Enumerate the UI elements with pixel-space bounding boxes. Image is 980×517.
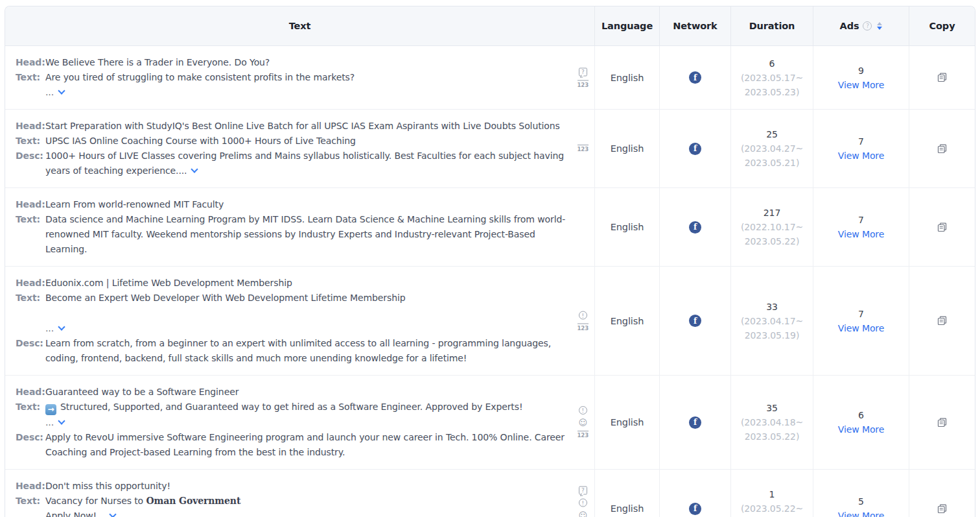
line-content: Vacancy for Nurses to Oman Government <box>45 494 240 509</box>
chevron-down-icon[interactable] <box>109 511 116 517</box>
duration-range: (2023.05.22~2023.05.22) <box>741 501 803 517</box>
copy-icon <box>937 315 948 326</box>
question-bubble-icon <box>579 67 587 76</box>
duration-range: (2022.10.17~2023.05.22) <box>741 220 803 248</box>
view-more-link[interactable]: View More <box>838 422 884 437</box>
view-more-link[interactable]: View More <box>838 509 884 517</box>
copy-icon <box>937 72 948 83</box>
chevron-down-icon[interactable] <box>58 323 65 330</box>
language-cell: English <box>595 470 660 517</box>
column-header-language: Language <box>595 6 660 45</box>
line-label: Head: <box>16 385 45 400</box>
column-header-duration: Duration <box>731 6 813 45</box>
line-content: We Believe There is a Trader in Everyone… <box>45 55 270 70</box>
ads-count: 7 <box>858 307 864 321</box>
ads-cell: 6 View More <box>813 376 909 469</box>
table-header: Text Language Network Duration Ads Copy <box>5 6 975 46</box>
line-label: Text: <box>16 212 45 257</box>
line-content: 1000+ Hours of LIVE Classes covering Pre… <box>45 149 571 178</box>
view-more-link[interactable]: View More <box>838 78 884 92</box>
copy-button[interactable] <box>909 46 975 109</box>
table-row: Head:Learn From world-renowned MIT Facul… <box>5 188 975 267</box>
duration-range: (2023.04.17~2023.05.19) <box>741 314 803 343</box>
language-value: English <box>611 143 644 154</box>
chevron-down-icon[interactable] <box>191 165 198 173</box>
table-row: Head:Guaranteed way to be a Software Eng… <box>5 376 975 470</box>
facebook-icon <box>689 71 701 84</box>
numbers-icon <box>578 431 589 439</box>
alert-circle-icon <box>579 499 587 507</box>
facebook-icon <box>689 221 701 234</box>
copy-button[interactable] <box>909 267 975 375</box>
line-label: Text: <box>16 70 45 85</box>
column-header-ads-label: Ads <box>840 21 859 31</box>
line-content: Become an Expert Web Developer With Web … <box>45 291 406 306</box>
line-content: Apply Now!... <box>45 509 115 517</box>
line-content: UPSC IAS Online Coaching Course with 100… <box>45 134 356 149</box>
copy-button[interactable] <box>909 188 975 266</box>
smiley-icon <box>579 418 587 427</box>
duration-days: 6 <box>769 56 775 71</box>
flag-icon-stack <box>578 145 589 152</box>
column-header-text: Text <box>5 6 595 45</box>
facebook-icon <box>689 503 701 515</box>
language-cell: English <box>595 46 660 109</box>
table-row: Head:We Believe There is a Trader in Eve… <box>5 46 975 110</box>
ellipsis-text: ... <box>45 417 54 427</box>
question-circle-icon[interactable] <box>863 21 872 30</box>
column-header-copy-label: Copy <box>929 21 955 31</box>
table-row: Head:Start Preparation with StudyIQ's Be… <box>5 110 975 188</box>
line-label: Head: <box>16 197 45 212</box>
copy-button[interactable] <box>909 470 975 517</box>
language-value: English <box>611 503 644 514</box>
sort-caret-icon[interactable] <box>877 22 882 30</box>
line-label: Desc: <box>16 430 45 460</box>
line-content: ... <box>45 85 64 100</box>
text-cell: Head:Eduonix.com | Lifetime Web Developm… <box>5 267 595 375</box>
column-header-duration-label: Duration <box>749 21 795 31</box>
network-cell <box>660 376 731 469</box>
line-content: Learn from scratch, from a beginner to a… <box>45 336 571 366</box>
line-content: Guaranteed way to be a Software Engineer <box>45 385 239 400</box>
line-label: Desc: <box>16 336 45 366</box>
copy-icon <box>937 503 948 514</box>
column-header-ads: Ads <box>813 6 909 45</box>
line-label: Head: <box>16 119 45 134</box>
column-header-network: Network <box>660 6 731 45</box>
text-cell: Head:Don't miss this opportunity! Text:V… <box>5 470 595 517</box>
ads-count: 9 <box>858 64 864 78</box>
text-cell: Head:Start Preparation with StudyIQ's Be… <box>5 110 595 187</box>
network-cell <box>660 267 731 375</box>
ellipsis-text: ... <box>45 87 54 97</box>
facebook-icon <box>689 143 701 155</box>
duration-cell: 217 (2022.10.17~2023.05.22) <box>731 188 813 266</box>
line-label: Text: <box>16 134 45 149</box>
line-content: ... <box>45 321 64 336</box>
ads-count: 6 <box>858 408 864 422</box>
chevron-down-icon[interactable] <box>58 417 65 424</box>
duration-days: 33 <box>766 300 778 314</box>
ads-cell: 9 View More <box>813 46 909 109</box>
duration-range: (2023.05.17~2023.05.23) <box>741 71 803 99</box>
view-more-link[interactable]: View More <box>838 227 884 241</box>
language-value: English <box>611 316 644 326</box>
line-content: Don't miss this opportunity! <box>45 479 170 494</box>
line-content: Are you tired of struggling to make cons… <box>45 70 355 85</box>
chevron-down-icon[interactable] <box>58 87 65 94</box>
copy-icon <box>937 417 948 428</box>
smiley-icon <box>579 511 587 517</box>
flag-icon-stack <box>578 406 589 439</box>
column-header-text-label: Text <box>289 21 311 31</box>
ads-cell: 7 View More <box>813 110 909 187</box>
language-cell: English <box>595 188 660 266</box>
facebook-icon <box>689 315 701 327</box>
ellipsis-text: ... <box>45 323 54 333</box>
view-more-link[interactable]: View More <box>838 321 884 335</box>
line-content: Apply to RevoU immersive Software Engine… <box>45 430 571 460</box>
copy-button[interactable] <box>909 376 975 469</box>
table-row: Head:Don't miss this opportunity! Text:V… <box>5 470 975 517</box>
view-more-link[interactable]: View More <box>838 149 884 163</box>
text-cell: Head:We Believe There is a Trader in Eve… <box>5 46 595 109</box>
ads-cell: 5 View More <box>813 470 909 517</box>
copy-button[interactable] <box>909 110 975 187</box>
